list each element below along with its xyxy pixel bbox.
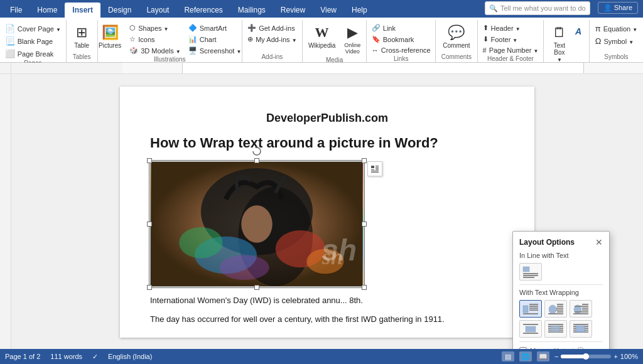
wrap-option-square[interactable] [519,300,542,318]
zoom-in-button[interactable]: + [613,353,617,360]
zoom-out-button[interactable]: − [554,353,558,360]
svg-rect-41 [575,311,588,313]
svg-rect-27 [529,309,538,311]
ribbon-group-symbols: π Equation ▼ Ω Symbol ▼ Symbols [590,20,643,62]
wrap-option-top-bottom[interactable] [519,320,542,338]
wrap-option-through[interactable] [570,300,592,318]
smartart-icon: 🔷 [188,24,197,32]
bookmark-icon: 🔖 [372,35,381,43]
panel-header: Layout Options ✕ [519,238,603,247]
svg-rect-22 [523,277,534,278]
language: English (India) [108,353,152,360]
screenshot-icon: 🖥️ [188,46,197,55]
web-layout-button[interactable]: 🌐 [519,351,532,361]
footer-button[interactable]: ⬇ Footer ▼ [480,34,542,45]
tab-references[interactable]: References [176,3,230,18]
svg-rect-20 [523,273,538,274]
status-bar-right: ▤ 🌐 📖 − + 100% [502,351,638,361]
link-button[interactable]: 🔗 Link [369,23,434,33]
chart-icon: 📊 [188,35,197,43]
svg-rect-21 [523,275,538,276]
my-addins-button[interactable]: ⊕ My Add-ins ▼ [244,34,300,45]
online-video-icon: ▶ [347,24,358,41]
blank-page-button[interactable]: 📃 Blank Page [2,35,64,47]
inline-section-label: In Line with Text [519,252,603,259]
site-title: DeveloperPublish.com [150,112,504,125]
smartart-button[interactable]: 🔷 SmartArt [185,23,245,33]
layout-options-panel: Layout Options ✕ In Line with Text [512,231,610,349]
page-break-button[interactable]: ⬜ Page Break [2,48,64,60]
link-icon: 🔗 [372,24,381,32]
page-number-button[interactable]: # Page Number ▼ [480,45,542,55]
wrap-option-tight[interactable] [544,300,567,318]
table-button[interactable]: ⊞ Table [70,23,93,51]
document-heading: How to Wrap text around a picture in Wor… [150,135,504,151]
svg-rect-24 [529,304,538,305]
wrap-options-row-1 [519,300,603,318]
wordart-button[interactable]: A [572,25,585,38]
ruler-area [0,63,643,74]
document-area[interactable]: DeveloperPublish.com How to Wrap text ar… [11,74,643,349]
panel-divider-2 [519,341,603,342]
panel-title: Layout Options [519,238,575,247]
layout-options-button[interactable] [367,161,382,176]
read-mode-button[interactable]: 📖 [537,351,549,361]
svg-point-7 [306,249,343,274]
cross-reference-icon: ↔ [372,46,379,54]
pictures-button[interactable]: 🖼️ Pictures [95,23,125,51]
svg-rect-33 [556,309,563,311]
bookmark-button[interactable]: 🔖 Bookmark [369,34,434,45]
equation-icon: π [595,24,601,33]
svg-rect-42 [573,313,588,314]
tab-review[interactable]: Review [273,3,313,18]
icons-icon: ☆ [129,35,136,43]
chart-button[interactable]: 📊 Chart [185,34,245,45]
tab-insert[interactable]: Insert [65,3,100,18]
rotate-handle[interactable] [252,146,262,156]
symbol-button[interactable]: Ω Symbol ▼ [592,35,640,47]
tab-file[interactable]: File [3,3,30,18]
zoom-slider-thumb[interactable] [583,353,589,360]
get-addins-button[interactable]: ➕ Get Add-ins [244,23,300,33]
wrap-option-behind[interactable] [544,320,567,338]
textbox-button[interactable]: 🗒 TextBox ▼ [548,23,571,65]
icons-button[interactable]: ☆ Icons [126,34,184,45]
tab-mailings[interactable]: Mailings [230,3,273,18]
3d-models-button[interactable]: 🎲 3D Models ▼ [126,45,184,56]
wrap-option-inline[interactable] [519,263,542,281]
shapes-button[interactable]: ⬡ Shapes ▼ [126,23,184,33]
tab-layout[interactable]: Layout [139,3,176,18]
share-button[interactable]: 👤 Share [598,2,638,14]
tell-me-search[interactable]: 🔍 Tell me what you want to do [485,1,590,15]
wrap-option-infront[interactable] [570,320,592,338]
tab-view[interactable]: View [313,3,344,18]
my-addins-icon: ⊕ [247,35,253,43]
cross-reference-button[interactable]: ↔ Cross-reference [369,45,434,55]
document-image[interactable]: sh [150,161,364,287]
tab-home[interactable]: Home [30,3,65,18]
image-container[interactable]: sh [150,161,364,287]
online-video-button[interactable]: ▶ OnlineVideo [340,23,364,56]
svg-rect-43 [526,326,536,332]
svg-text:sh: sh [322,244,343,269]
move-with-text-label: Move with text [530,347,574,350]
header-button[interactable]: ⬆ Header ▼ [480,23,542,33]
comment-icon: 💬 [448,24,465,41]
panel-divider [519,284,603,285]
comment-button[interactable]: 💬 Comment [439,23,473,51]
move-with-text-row: Move with text ⓘ [519,346,603,349]
wrap-section-label: With Text Wrapping [519,289,603,296]
svg-rect-30 [557,304,563,305]
svg-point-5 [179,227,222,259]
print-layout-button[interactable]: ▤ [502,351,514,361]
cover-page-button[interactable]: 📄 Cover Page ▼ [2,23,64,35]
move-with-text-checkbox[interactable] [519,347,527,350]
zoom-slider[interactable] [561,355,611,358]
wikipedia-button[interactable]: W Wikipedia [305,23,339,51]
tab-help[interactable]: Help [344,3,375,18]
screenshot-button[interactable]: 🖥️ Screenshot ▼ [185,45,245,56]
tab-design[interactable]: Design [100,3,139,18]
svg-marker-0 [255,146,259,148]
equation-button[interactable]: π Equation ▼ [592,23,640,35]
panel-close-button[interactable]: ✕ [595,238,603,247]
